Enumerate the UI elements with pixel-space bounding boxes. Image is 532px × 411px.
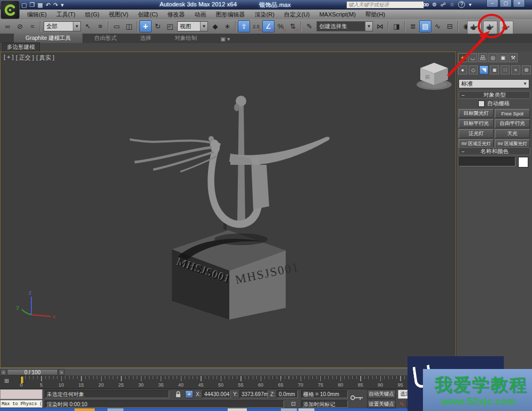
rollout-name-color[interactable]: − 名称和颜色	[459, 147, 530, 155]
y-coordinate-field[interactable]: 3373.697m	[239, 390, 268, 398]
ribbon-tab-1[interactable]: 自由形式	[82, 33, 128, 43]
window-crossing-icon[interactable]: ◫	[123, 20, 135, 32]
menu-item-5[interactable]: 修改器	[163, 11, 190, 19]
reference-coordinate-system-dropdown[interactable]: 视图▼	[177, 21, 208, 31]
spinner-snap-icon[interactable]: ⇅∩	[287, 20, 299, 32]
ribbon-tab-4[interactable]: ▣ ▾	[209, 35, 242, 43]
select-object-icon[interactable]: ↖	[82, 20, 94, 32]
x-coordinate-field[interactable]: 44430.004	[202, 390, 231, 398]
next-frame-button[interactable]: >	[59, 369, 64, 375]
menu-item-8[interactable]: 渲染(R)	[250, 11, 279, 19]
default-tangent-icon[interactable]: ∿	[398, 400, 405, 408]
open-mini-curve-editor-icon[interactable]: ⊞	[4, 378, 9, 384]
schematic-view-icon[interactable]: ⊟	[444, 20, 456, 32]
absolute-mode-toggle-icon[interactable]: +	[185, 390, 193, 398]
object-name-input[interactable]	[459, 157, 516, 166]
graphite-ribbon-toggle-icon[interactable]: ▤	[419, 20, 431, 32]
systems-category-icon[interactable]: ⊚	[522, 65, 531, 74]
bind-to-space-warp-icon[interactable]: ≈	[26, 20, 38, 32]
spacewarps-category-icon[interactable]: ≈	[511, 65, 520, 74]
utilities-tab-icon[interactable]: ⚒	[509, 53, 518, 62]
helpers-category-icon[interactable]: ∷	[501, 65, 510, 74]
menu-item-4[interactable]: 创建(C)	[133, 11, 162, 19]
viewcube[interactable]: 前	[417, 63, 452, 90]
autogrid-checkbox[interactable]	[478, 100, 485, 107]
motion-tab-icon[interactable]: ◎	[488, 53, 497, 62]
maximize-button[interactable]: ▢	[500, 0, 512, 7]
angle-snap-icon[interactable]: ∠∩	[262, 20, 275, 32]
ribbon-tab-3[interactable]: 对象绘制	[163, 33, 209, 43]
menu-item-9[interactable]: 自定义(U)	[279, 11, 314, 19]
menu-item-0[interactable]: 编辑(E)	[22, 11, 52, 19]
close-button[interactable]: ×	[513, 0, 525, 7]
favorites-icon[interactable]: ☆	[450, 2, 454, 7]
dancer-statue[interactable]	[130, 96, 330, 228]
ribbon-tab-2[interactable]: 选择	[128, 33, 163, 43]
use-center-icon[interactable]: ◆	[209, 20, 221, 32]
percent-snap-icon[interactable]: %∩	[275, 20, 287, 32]
pedestal[interactable]: MHSJS001 MHSJS001 MHSJS001	[172, 218, 300, 320]
selection-filter-dropdown[interactable]: 全部▼	[44, 21, 81, 31]
save-file-icon[interactable]: ▦	[37, 1, 43, 9]
maxscript-listener-line[interactable]: Max to Physcs (	[0, 400, 43, 408]
light-button-4[interactable]: 泛光灯	[459, 129, 494, 138]
hierarchy-tab-icon[interactable]: 品	[478, 53, 487, 62]
curve-editor-icon[interactable]: ∿	[431, 20, 444, 32]
qat-customize-icon[interactable]: ▾	[61, 1, 64, 9]
align-icon[interactable]: ◨	[390, 20, 403, 32]
object-color-swatch[interactable]	[518, 157, 528, 167]
lights-category-icon[interactable]: ◥	[479, 65, 488, 74]
auto-key-button[interactable]: 自动关键点	[367, 390, 396, 399]
menu-item-6[interactable]: 动画	[190, 11, 211, 19]
help-dropdown-icon[interactable]: ▾	[469, 2, 471, 7]
layer-manager-icon[interactable]: ≣	[407, 20, 419, 32]
search-icon[interactable]: oo	[423, 2, 428, 7]
render-production-icon[interactable]	[499, 21, 513, 34]
redo-icon[interactable]: ↷	[53, 1, 58, 9]
unlink-selection-icon[interactable]: ⊘	[14, 20, 26, 32]
select-and-rotate-icon[interactable]: ↻	[152, 20, 164, 32]
geometry-category-icon[interactable]: ●	[458, 65, 467, 74]
light-button-2[interactable]: 目标平行光	[459, 119, 494, 128]
snap-25-icon[interactable]: 2.5∩	[250, 20, 262, 32]
light-button-0[interactable]: 目标聚光灯	[459, 109, 494, 118]
light-button-5[interactable]: 天光	[495, 129, 530, 138]
viewport[interactable]: [ + ][ 正交 ][ 真实 ] MHSJS001 MHSJS001 MHSJ…	[0, 52, 456, 368]
new-file-icon[interactable]: ▢	[21, 1, 27, 9]
search-input[interactable]: 键入关键字或短语	[346, 1, 424, 9]
select-by-name-icon[interactable]: ≡	[94, 20, 106, 32]
light-type-dropdown[interactable]: 标准 ▼	[459, 79, 529, 88]
modify-tab-icon[interactable]: ◡	[468, 53, 477, 62]
tab-polygon-modeling[interactable]: 多边形建模	[2, 43, 40, 52]
3ds-max-logo[interactable]	[1, 1, 20, 19]
track-bar[interactable]: ⊞ 05101520253035404550556065707580859095…	[0, 375, 456, 389]
shapes-category-icon[interactable]: ◇	[469, 65, 478, 74]
selection-lock-icon[interactable]	[174, 391, 182, 398]
set-key-button[interactable]: 设置关键点	[367, 400, 396, 408]
select-and-manipulate-icon[interactable]: ∗	[221, 20, 234, 32]
undo-icon[interactable]: ↶	[46, 1, 51, 9]
rendered-frame-window-icon[interactable]	[483, 21, 497, 34]
menu-item-3[interactable]: 视图(V)	[104, 11, 134, 19]
open-file-icon[interactable]: ❒	[29, 1, 35, 9]
clipboard-icon[interactable]: ⊡	[289, 400, 297, 408]
communication-center-icon[interactable]: ☍	[440, 2, 446, 7]
help-icon[interactable]: ?	[458, 1, 465, 8]
menu-item-7[interactable]: 图形编辑器	[211, 11, 250, 19]
named-selection-sets-dropdown[interactable]: 创建选择集▼	[317, 21, 373, 31]
select-and-scale-icon[interactable]: ◰	[164, 20, 176, 32]
light-button-3[interactable]: 自由平行光	[495, 119, 530, 128]
cameras-category-icon[interactable]: ◙	[490, 65, 499, 74]
menu-item-11[interactable]: 帮助(H)	[361, 11, 390, 19]
create-tab-icon[interactable]: ★	[458, 53, 467, 62]
snaps-toggle-icon[interactable]: ⇧	[238, 20, 250, 32]
select-and-move-icon[interactable]: +	[139, 20, 152, 32]
maxscript-mini-listener[interactable]	[0, 389, 43, 399]
rollout-object-type[interactable]: − 对象类型	[459, 91, 530, 99]
light-button-1[interactable]: Free Spot	[495, 109, 530, 118]
render-setup-icon[interactable]	[467, 21, 481, 34]
add-time-tag[interactable]: 添加时间标记	[301, 400, 348, 408]
prev-frame-button[interactable]: <	[1, 369, 6, 375]
ribbon-tab-0[interactable]: Graphite 建模工具	[14, 33, 82, 43]
keyboard-override-icon[interactable]: ✎	[303, 20, 315, 32]
